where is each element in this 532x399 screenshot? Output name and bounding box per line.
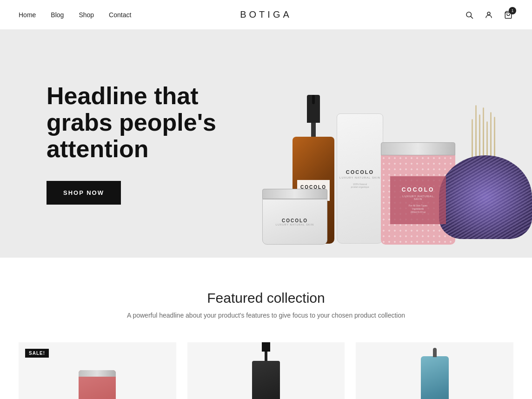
jar-body: COCOLO LUXURY NATURAL SKIN	[262, 199, 327, 245]
card2-pump-head	[262, 342, 270, 352]
nav-actions: 1	[464, 10, 513, 20]
svg-line-1	[471, 16, 472, 18]
hero-section: Headline that grabs people's attention S…	[0, 30, 532, 258]
jar-sub: LUXURY NATURAL SKIN	[276, 223, 314, 226]
product-candle	[79, 370, 116, 399]
lavender-decoration	[439, 155, 532, 248]
shop-now-button[interactable]: SHOP NOW	[47, 181, 121, 205]
cart-badge: 1	[509, 7, 516, 14]
tall-label: COCOLO LUXURY NATURAL SKIN 100% Naturalp…	[337, 167, 383, 191]
hero-products: COCOLO LUXURY NATURAL SKIN COCOLO LUXURY…	[216, 30, 532, 258]
featured-subtitle: A powerful headline about your product's…	[19, 312, 513, 319]
product-card-2[interactable]	[187, 342, 345, 399]
svg-point-2	[487, 12, 490, 15]
card2-pump-neck	[265, 352, 267, 361]
hero-product-jar: COCOLO LUXURY NATURAL SKIN	[262, 189, 327, 245]
featured-section: Featured collection A powerful headline …	[0, 258, 532, 399]
pink-lid	[381, 142, 455, 155]
navbar: Home Blog Shop Contact BOTIGA 1	[0, 0, 532, 30]
pink-brand: COCOLO	[399, 186, 438, 193]
jar-brand: COCOLO	[276, 218, 314, 223]
product-card-3[interactable]	[356, 342, 513, 399]
product-grid: SALE!	[19, 342, 513, 399]
tall-brand: COCOLO	[339, 169, 380, 175]
search-icon[interactable]	[464, 10, 474, 20]
pink-label: COCOLO LUXURY NATURAL SKIN For All Skin …	[390, 176, 446, 224]
nav-link-contact[interactable]: Contact	[109, 11, 131, 19]
product-bottle-blue	[421, 356, 449, 399]
product-pump-black	[252, 342, 280, 399]
featured-title: Featured collection	[19, 290, 513, 306]
product-card-1[interactable]: SALE!	[19, 342, 176, 399]
cart-icon[interactable]: 1	[503, 10, 513, 20]
tall-bottle: COCOLO LUXURY NATURAL SKIN 100% Naturalp…	[337, 113, 383, 244]
jar-lid	[262, 189, 327, 199]
site-logo[interactable]: BOTIGA	[240, 9, 292, 20]
jar-label: COCOLO LUXURY NATURAL SKIN	[276, 218, 314, 226]
lavender-bunch	[439, 155, 532, 239]
hero-headline: Headline that grabs people's attention	[47, 83, 251, 163]
nav-link-home[interactable]: Home	[19, 11, 36, 19]
sale-badge: SALE!	[25, 349, 49, 358]
tall-sub: LUXURY NATURAL SKIN	[339, 176, 380, 179]
pump-head	[307, 95, 320, 123]
hero-text-block: Headline that grabs people's attention S…	[0, 83, 251, 205]
pink-sub: LUXURY NATURAL SKIN	[399, 195, 438, 200]
pink-desc: For All Skin TypesIngredients200ml 8.4 f…	[399, 204, 438, 214]
pump-neck	[311, 123, 316, 137]
hero-product-tall: COCOLO LUXURY NATURAL SKIN 100% Naturalp…	[337, 113, 383, 244]
nav-link-shop[interactable]: Shop	[79, 11, 94, 19]
card2-pump-body	[252, 361, 280, 399]
nav-links: Home Blog Shop Contact	[19, 11, 131, 19]
tall-desc: 100% Naturalproduit organique	[339, 183, 380, 188]
account-icon[interactable]	[484, 10, 494, 20]
nav-link-blog[interactable]: Blog	[51, 11, 64, 19]
